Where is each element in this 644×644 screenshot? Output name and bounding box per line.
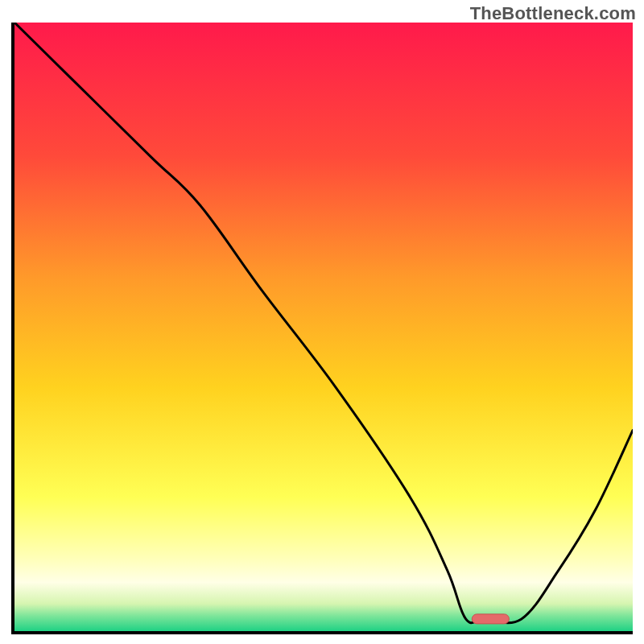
chart-svg [14, 23, 633, 631]
chart-container: TheBottleneck.com [0, 0, 644, 644]
optimal-marker [472, 614, 509, 624]
watermark-text: TheBottleneck.com [470, 3, 636, 24]
plot-area [11, 23, 633, 634]
